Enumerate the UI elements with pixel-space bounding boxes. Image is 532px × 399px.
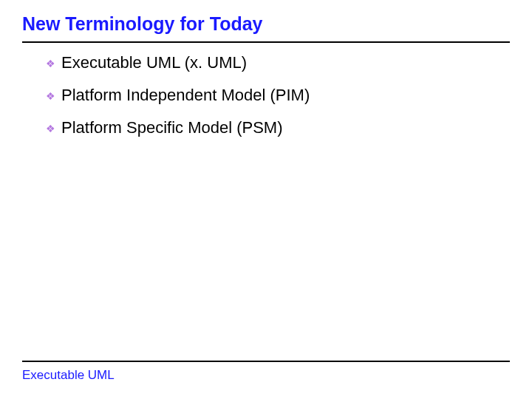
list-item: ❖ Platform Independent Model (PIM) <box>46 86 489 105</box>
diamond-icon: ❖ <box>46 120 55 137</box>
title-divider <box>22 41 510 43</box>
bullet-text: Executable UML (x. UML) <box>61 53 247 72</box>
bullet-text: Platform Specific Model (PSM) <box>61 118 283 137</box>
diamond-icon: ❖ <box>46 88 55 104</box>
slide: New Terminology for Today ❖ Executable U… <box>0 0 532 399</box>
footer-text: Executable UML <box>22 368 115 383</box>
diamond-icon: ❖ <box>46 55 55 72</box>
list-item: ❖ Platform Specific Model (PSM) <box>46 118 489 137</box>
footer-divider <box>22 361 510 362</box>
bullet-text: Platform Independent Model (PIM) <box>61 86 310 105</box>
slide-title: New Terminology for Today <box>22 13 263 35</box>
bullet-list: ❖ Executable UML (x. UML) ❖ Platform Ind… <box>46 53 489 151</box>
list-item: ❖ Executable UML (x. UML) <box>46 53 489 72</box>
